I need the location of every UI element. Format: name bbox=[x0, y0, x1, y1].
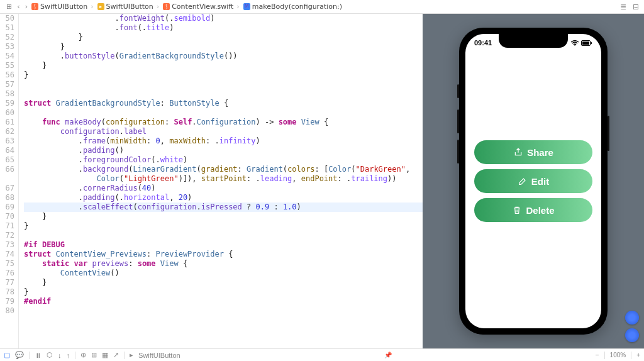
edit-button[interactable]: Edit bbox=[474, 169, 592, 193]
debug-icon-3[interactable]: ▦ bbox=[102, 351, 108, 359]
edit-label: Edit bbox=[531, 176, 549, 187]
swift-file-icon: ⟆ bbox=[163, 3, 170, 10]
share-icon bbox=[513, 147, 523, 157]
code-editor[interactable]: 5051525354555657585960616263646566676869… bbox=[0, 14, 423, 348]
breadcrumb-folder[interactable]: ▸ SwiftUIButton › bbox=[97, 3, 161, 11]
volume-up bbox=[457, 109, 459, 133]
preview-fab-1[interactable] bbox=[625, 311, 639, 325]
chevron-right-icon: › bbox=[155, 3, 160, 11]
trash-icon bbox=[512, 205, 522, 215]
pin-icon[interactable]: 📌 bbox=[382, 352, 394, 358]
mute-switch bbox=[457, 84, 459, 98]
zoom-out-button[interactable]: − bbox=[596, 352, 599, 358]
swift-file-icon: ⟆ bbox=[31, 3, 38, 10]
chevron-right-icon: › bbox=[89, 3, 94, 11]
device-screen: 09:41 Share Edit bbox=[465, 34, 601, 328]
device-frame: 09:41 Share Edit bbox=[459, 28, 608, 335]
breadcrumb-file[interactable]: ⟆ ContentView.swift › bbox=[163, 3, 241, 11]
toggle-view-icon[interactable]: ▢ bbox=[4, 351, 10, 359]
step-icon[interactable]: ⬡ bbox=[47, 351, 53, 359]
edit-icon bbox=[518, 176, 528, 186]
debug-icon-2[interactable]: ⊞ bbox=[91, 351, 97, 359]
nav-back-icon[interactable]: ‹ bbox=[16, 3, 21, 11]
preview-fab-2[interactable] bbox=[625, 328, 639, 342]
share-label: Share bbox=[527, 147, 553, 158]
preview-fabs bbox=[625, 311, 639, 342]
volume-down bbox=[457, 140, 459, 164]
breadcrumb-project[interactable]: ⟆ SwiftUIButton › bbox=[31, 3, 95, 11]
chevron-right-icon: › bbox=[235, 3, 240, 11]
zoom-level[interactable]: 100% bbox=[610, 352, 626, 358]
debug-icon-1[interactable]: ⊕ bbox=[80, 351, 86, 359]
play-pause-icon[interactable]: ⏸ bbox=[35, 352, 42, 359]
step-out-icon[interactable]: ↑ bbox=[67, 352, 70, 359]
delete-button[interactable]: Delete bbox=[474, 198, 592, 222]
line-gutter: 5051525354555657585960616263646566676869… bbox=[0, 14, 19, 348]
app-content: Share Edit Delete bbox=[465, 34, 601, 328]
delete-label: Delete bbox=[526, 205, 554, 216]
share-button[interactable]: Share bbox=[474, 140, 592, 164]
zoom-in-button[interactable]: + bbox=[636, 352, 640, 358]
step-in-icon[interactable]: ↓ bbox=[58, 352, 62, 359]
speech-bubble-icon[interactable]: 💬 bbox=[15, 351, 24, 359]
breadcrumb-bar: ⊞ ‹ › ⟆ SwiftUIButton › ▸ SwiftUIButton … bbox=[0, 0, 644, 14]
preview-canvas: 09:41 Share Edit bbox=[423, 14, 644, 348]
breadcrumb-symbol[interactable]: M makeBody(configuration:) bbox=[243, 3, 342, 11]
scheme-name[interactable]: SwiftUIButton bbox=[138, 352, 180, 359]
code-area[interactable]: .fontWeight(.semibold) .font(.title) } }… bbox=[19, 14, 423, 348]
power-button bbox=[608, 116, 609, 151]
scheme-icon[interactable]: ▸ bbox=[130, 351, 133, 359]
options-icon[interactable]: ≣ bbox=[620, 3, 626, 11]
main-split: 5051525354555657585960616263646566676869… bbox=[0, 14, 644, 348]
debug-icon-4[interactable]: ↗ bbox=[113, 351, 119, 359]
bottom-toolbar: ▢ 💬 ⏸ ⬡ ↓ ↑ ⊕ ⊞ ▦ ↗ ▸ SwiftUIButton 📌 − … bbox=[0, 348, 644, 361]
method-icon: M bbox=[243, 3, 250, 10]
folder-icon: ▸ bbox=[97, 3, 104, 10]
assistant-icon[interactable]: ⊟ bbox=[633, 3, 639, 11]
related-items-icon[interactable]: ⊞ bbox=[5, 3, 13, 11]
nav-forward-icon[interactable]: › bbox=[24, 3, 29, 11]
